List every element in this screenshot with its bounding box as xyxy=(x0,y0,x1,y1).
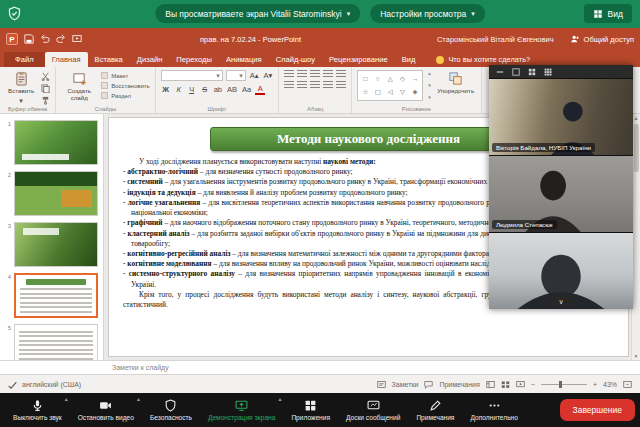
gallery-more-icon[interactable]: ▼ xyxy=(427,95,431,100)
grid-view-large-icon[interactable] xyxy=(544,68,552,76)
tab-вставка[interactable]: Вставка xyxy=(88,52,130,67)
tab-файл[interactable]: Файл xyxy=(4,52,45,67)
minimize-panel-icon[interactable] xyxy=(496,68,504,76)
ribbon-раздел-button[interactable]: Раздел xyxy=(101,92,149,99)
notes-pane[interactable]: Заметки к слайду xyxy=(0,360,640,374)
increase-font-icon[interactable]: А▴ xyxy=(249,70,260,81)
scroll-down-icon[interactable]: ▼ xyxy=(427,83,431,88)
ribbon-восстановить-button[interactable]: Восстановить xyxy=(101,82,149,89)
zoom-in-button[interactable]: + xyxy=(593,381,597,388)
toolbar-shield[interactable]: Безопасность xyxy=(142,393,200,427)
change-case-button[interactable]: Аа xyxy=(241,84,252,95)
shapes-gallery-scroll[interactable]: ▲ ▼ ▼ xyxy=(427,70,431,101)
tab-переходы[interactable]: Переходы xyxy=(169,52,219,67)
toolbar-apps[interactable]: Приложения xyxy=(283,393,338,427)
chevron-up-icon[interactable]: ▲ xyxy=(136,396,141,402)
tab-рецензирование[interactable]: Рецензирование xyxy=(322,52,395,67)
speaker-view-icon[interactable] xyxy=(512,68,520,76)
shape-option-icon[interactable]: □ xyxy=(363,75,367,82)
spell-check-icon[interactable] xyxy=(8,380,17,389)
zoom-slider-knob[interactable] xyxy=(559,381,562,388)
start-slideshow-icon[interactable] xyxy=(72,34,82,44)
font-name-select[interactable]: ▾ xyxy=(161,70,223,81)
shape-option-icon[interactable]: ◁ xyxy=(388,88,393,96)
toolbar-annotate[interactable]: Примечания xyxy=(408,393,462,427)
participant-video[interactable]: Людмила Степасюк xyxy=(489,155,633,232)
slideshow-view-icon[interactable] xyxy=(516,380,525,389)
slide-thumbnail-3[interactable] xyxy=(14,222,98,267)
paste-button[interactable]: Вставить ▾ xyxy=(5,70,37,106)
participant-video[interactable]: Вікторія Байдала, НУБІП України xyxy=(489,78,633,155)
bold-button[interactable]: Ж xyxy=(161,84,171,95)
viewing-screen-dropdown[interactable]: Вы просматриваете экран Vitalii Staromin… xyxy=(155,4,360,23)
chevron-up-icon[interactable]: ▲ xyxy=(64,396,69,402)
normal-view-icon[interactable] xyxy=(486,380,495,389)
copy-icon[interactable] xyxy=(41,84,50,93)
end-meeting-button[interactable]: Завершение xyxy=(560,399,635,421)
shape-option-icon[interactable]: ▽ xyxy=(400,88,405,96)
scrollbar-thumb[interactable] xyxy=(634,124,639,172)
toolbar-screen-share[interactable]: Демонстрация экрана▲ xyxy=(200,393,283,427)
slide-thumbnail-5[interactable] xyxy=(14,324,98,360)
toolbar-microphone[interactable]: Выключить звук▲ xyxy=(5,393,70,427)
language-indicator[interactable]: английский (США) xyxy=(22,381,81,388)
shape-option-icon[interactable]: ◈ xyxy=(413,88,418,96)
redo-icon[interactable] xyxy=(56,34,66,44)
strikethrough-button[interactable]: S xyxy=(200,84,210,95)
tab-слайд-шоу[interactable]: Слайд-шоу xyxy=(269,52,322,67)
fit-to-window-icon[interactable] xyxy=(623,380,632,389)
bullet-list-icon[interactable] xyxy=(284,70,294,78)
align-right-icon[interactable] xyxy=(310,81,320,89)
justify-icon[interactable] xyxy=(323,81,333,89)
notes-toggle-label[interactable]: Заметки xyxy=(392,381,419,388)
italic-button[interactable]: К xyxy=(174,84,184,95)
ribbon-макет-button[interactable]: Макет xyxy=(101,72,149,79)
slide-thumbnail-2[interactable] xyxy=(14,171,98,216)
cut-icon[interactable] xyxy=(41,72,50,81)
line-spacing-icon[interactable] xyxy=(336,70,346,78)
zoom-out-button[interactable]: − xyxy=(531,381,535,388)
underline-button[interactable]: Ч xyxy=(187,84,197,95)
align-center-icon[interactable] xyxy=(297,81,307,89)
gallery-view-icon[interactable] xyxy=(528,68,536,76)
shape-option-icon[interactable]: △ xyxy=(388,75,393,83)
font-color-button[interactable]: А xyxy=(255,84,265,95)
indent-increase-icon[interactable] xyxy=(323,70,333,78)
indent-decrease-icon[interactable] xyxy=(310,70,320,78)
new-slide-button[interactable]: Создать слайд xyxy=(61,70,97,103)
shape-option-icon[interactable]: ◇ xyxy=(400,75,405,83)
view-options-dropdown[interactable]: Настройки просмотра ▾ xyxy=(370,4,485,23)
share-button[interactable]: Общий доступ xyxy=(570,34,634,44)
chevron-up-icon[interactable]: ▲ xyxy=(277,396,282,402)
scroll-up-icon[interactable]: ▲ xyxy=(634,115,639,121)
toolbar-more[interactable]: Дополнительно xyxy=(462,393,525,427)
slide-thumbnail-4[interactable] xyxy=(14,273,98,318)
columns-icon[interactable] xyxy=(336,81,346,89)
notes-toggle-icon[interactable] xyxy=(377,380,386,389)
slide-sorter-view-icon[interactable] xyxy=(501,380,510,389)
tab-главная[interactable]: Главная xyxy=(45,52,88,67)
font-size-select[interactable]: ▾ xyxy=(226,70,246,81)
shape-option-icon[interactable]: → xyxy=(412,75,419,82)
shape-option-icon[interactable]: ▢ xyxy=(375,88,381,96)
view-button[interactable]: Вид xyxy=(584,4,632,23)
shape-option-icon[interactable]: ○ xyxy=(376,75,380,82)
format-painter-icon[interactable] xyxy=(41,96,50,105)
tab-вид[interactable]: Вид xyxy=(395,52,423,67)
comments-toggle-label[interactable]: Примечания xyxy=(439,381,479,388)
scroll-down-icon[interactable]: ▼ xyxy=(634,353,639,359)
text-shadow-button[interactable]: ab xyxy=(213,84,223,95)
save-icon[interactable] xyxy=(24,34,34,44)
tab-дизайн[interactable]: Дизайн xyxy=(130,52,170,67)
slide-thumbnail-1[interactable] xyxy=(14,120,98,165)
shapes-gallery[interactable]: □○△◇→☆▢◁▽◈ xyxy=(357,70,423,101)
toolbar-whiteboard[interactable]: Доски сообщений xyxy=(338,393,408,427)
align-left-icon[interactable] xyxy=(284,81,294,89)
collapse-panel-button[interactable]: ∨ xyxy=(548,296,574,307)
shape-option-icon[interactable]: ☆ xyxy=(363,88,369,96)
scroll-up-icon[interactable]: ▲ xyxy=(427,71,431,76)
zoom-slider[interactable] xyxy=(541,384,587,385)
comments-toggle-icon[interactable] xyxy=(424,380,433,389)
character-spacing-button[interactable]: АВ xyxy=(226,84,238,95)
numbered-list-icon[interactable] xyxy=(297,70,307,78)
